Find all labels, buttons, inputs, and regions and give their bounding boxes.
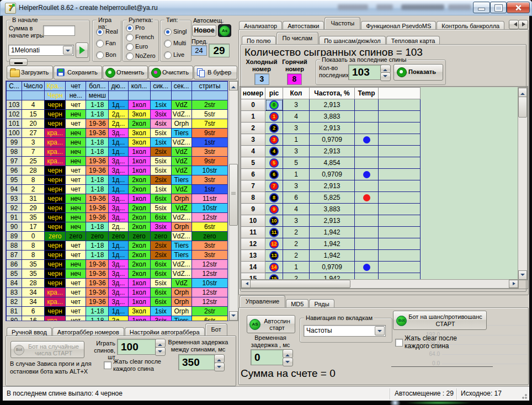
freq-temp-cell[interactable] bbox=[355, 122, 379, 134]
spins-cell[interactable]: 1six bbox=[150, 138, 171, 147]
spins-cell[interactable]: 9str bbox=[191, 129, 227, 138]
freq-pic-cell[interactable]: 4 bbox=[265, 146, 283, 157]
freq-table-hscrollbar[interactable] bbox=[241, 279, 519, 289]
spins-cell[interactable]: 10str bbox=[191, 166, 227, 175]
spins-cell[interactable]: Tiers bbox=[171, 241, 191, 251]
spins-cell[interactable]: черн bbox=[45, 213, 66, 222]
freq-temp-cell[interactable] bbox=[355, 262, 379, 273]
tab-bottom-right-0[interactable]: Управление bbox=[240, 295, 285, 307]
spins-cell[interactable]: 2д... bbox=[109, 222, 128, 232]
freq-empty-cell[interactable] bbox=[379, 111, 421, 122]
spins-cell[interactable]: 34 bbox=[22, 288, 45, 297]
freq-temp-cell[interactable] bbox=[355, 273, 379, 280]
freq-percent-cell[interactable]: 1,942 bbox=[310, 227, 355, 238]
spins-cell[interactable]: 1-18 bbox=[86, 138, 109, 147]
spins-cell[interactable]: 5six bbox=[150, 166, 171, 175]
spins-rownum[interactable]: 102 bbox=[7, 110, 22, 119]
spins-cell[interactable]: 3д... bbox=[109, 157, 128, 166]
spins-cell[interactable]: черн bbox=[45, 241, 66, 251]
freq-rownum[interactable]: 2 bbox=[241, 122, 265, 134]
freq-rownum[interactable]: 6 bbox=[241, 169, 265, 180]
tab-scroll-right-icon[interactable] bbox=[518, 20, 528, 29]
spins-cell[interactable]: кра... bbox=[45, 138, 66, 147]
spins-rownum[interactable]: 88 bbox=[7, 241, 22, 251]
spins-cell[interactable]: кра... bbox=[45, 297, 66, 307]
spins-rownum[interactable]: 90 bbox=[7, 222, 22, 232]
tab-bottom-left-3[interactable]: Бот bbox=[205, 323, 227, 335]
freq-pic-cell[interactable]: 13 bbox=[265, 250, 283, 262]
spins-cell[interactable]: VdZ bbox=[171, 166, 191, 175]
spins-cell[interactable]: zero bbox=[150, 232, 171, 241]
spins-cell[interactable]: 2кол bbox=[128, 260, 150, 269]
spins-cell[interactable]: 1-18 bbox=[86, 175, 109, 185]
spins-cell[interactable]: кра... bbox=[45, 288, 66, 297]
spins-cell[interactable]: неч bbox=[66, 213, 86, 222]
radio-roulette-nozero[interactable]: NoZero bbox=[126, 51, 158, 60]
spins-cell[interactable]: VdZ bbox=[171, 204, 191, 213]
spins-cell[interactable]: 19-36 bbox=[86, 204, 109, 213]
spins-cell[interactable]: 3six bbox=[150, 222, 171, 232]
spins-cell[interactable]: 3кол bbox=[128, 110, 150, 119]
spins-rownum[interactable]: 87 bbox=[7, 251, 22, 260]
spins-rownum[interactable]: 97 bbox=[7, 157, 22, 166]
spins-rownum[interactable]: 84 bbox=[7, 279, 22, 288]
spins-cell[interactable]: 6 bbox=[22, 307, 45, 316]
new-autoshift-button[interactable]: Новое bbox=[192, 25, 216, 36]
freq-rownum[interactable]: 4 bbox=[241, 146, 265, 157]
spins-cell[interactable]: zero bbox=[86, 232, 109, 241]
spins-cell[interactable]: чет bbox=[66, 307, 86, 316]
spins-cell[interactable]: 12str bbox=[191, 269, 227, 279]
spins-cell[interactable]: 2кол bbox=[128, 119, 150, 129]
stepper-down-icon[interactable] bbox=[214, 363, 225, 371]
freq-empty-cell[interactable] bbox=[379, 273, 421, 280]
spins-cell[interactable]: 19-36 bbox=[86, 260, 109, 269]
freq-empty-cell[interactable] bbox=[379, 99, 421, 111]
spins-cell[interactable]: неч bbox=[66, 269, 86, 279]
spins-cell[interactable]: 6str bbox=[191, 316, 227, 322]
freq-pic-cell[interactable]: 6 bbox=[265, 169, 283, 180]
spins-cell[interactable]: 3кол bbox=[128, 138, 150, 147]
spins-cell[interactable]: черн bbox=[45, 204, 66, 213]
spins-rownum[interactable]: 83 bbox=[7, 288, 22, 297]
spins-cell[interactable]: 3д... bbox=[109, 297, 128, 307]
spins-cell[interactable]: 3six bbox=[150, 110, 171, 119]
spins-cell[interactable]: 1str bbox=[191, 138, 227, 147]
chevron-down-icon[interactable] bbox=[63, 46, 73, 55]
spins-cell[interactable]: 5six bbox=[150, 129, 171, 138]
spins-cell[interactable]: 4 bbox=[22, 100, 45, 110]
spins-cell[interactable]: 1-18 bbox=[86, 222, 109, 232]
spins-cell[interactable]: 2кол bbox=[128, 251, 150, 260]
spins-rownum[interactable]: 86 bbox=[7, 260, 22, 269]
freq-rownum[interactable]: 11 bbox=[241, 227, 265, 238]
freq-temp-cell[interactable] bbox=[355, 227, 379, 238]
freq-count-cell[interactable]: 1 bbox=[283, 262, 310, 273]
spins-cell[interactable]: 3д... bbox=[109, 279, 128, 288]
spins-cell[interactable]: 12str bbox=[191, 297, 227, 307]
spins-cell[interactable]: VdZ bbox=[171, 147, 191, 157]
freq-percent-cell[interactable]: 4,854 bbox=[310, 157, 355, 169]
chevron-down-icon[interactable] bbox=[375, 326, 385, 335]
spins-cell[interactable]: 25 bbox=[22, 157, 45, 166]
radio-type-singl[interactable]: Singl bbox=[164, 27, 191, 36]
radio-game-real[interactable]: Real bbox=[96, 27, 121, 36]
freq-count-cell[interactable]: 2 bbox=[283, 238, 310, 250]
spins-cell[interactable]: 2six bbox=[150, 147, 171, 157]
spins-cell[interactable]: 8 bbox=[22, 175, 45, 185]
spins-table-scrollbar[interactable] bbox=[228, 81, 238, 321]
scroll-left-icon[interactable] bbox=[241, 280, 251, 288]
spins-cell[interactable]: VdZ bbox=[171, 157, 191, 166]
freq-count-cell[interactable]: 4 bbox=[283, 204, 310, 215]
spins-cell[interactable]: чет bbox=[66, 297, 86, 307]
show-button[interactable]: Показать bbox=[393, 64, 443, 81]
freq-pic-cell[interactable]: 3 bbox=[265, 134, 283, 146]
freq-rownum[interactable]: 7 bbox=[241, 180, 265, 192]
freq-count-cell[interactable]: 1 bbox=[283, 169, 310, 180]
spins-rownum[interactable]: 82 bbox=[7, 297, 22, 307]
play-spins-value[interactable]: 100 bbox=[117, 339, 156, 355]
spins-cell[interactable]: 4six bbox=[150, 119, 171, 129]
radio-roulette-french[interactable]: French bbox=[126, 33, 158, 41]
freq-percent-cell[interactable]: 0,9709 bbox=[310, 169, 355, 180]
spins-cell[interactable]: неч bbox=[66, 157, 86, 166]
spins-cell[interactable]: VdZ bbox=[171, 185, 191, 194]
freq-pic-cell[interactable]: 9 bbox=[265, 204, 283, 215]
